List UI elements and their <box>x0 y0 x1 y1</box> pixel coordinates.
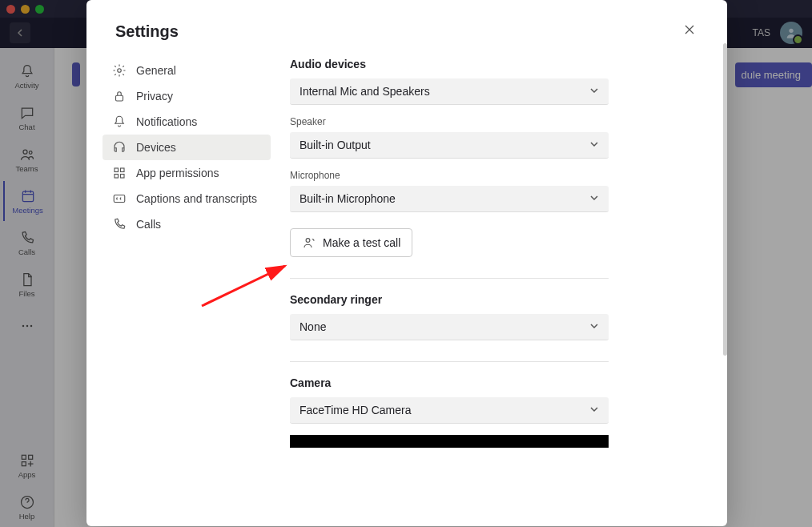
chevron-down-icon <box>589 85 599 98</box>
settings-nav: General Privacy Notifications Devices Ap… <box>103 58 271 526</box>
phone-icon <box>112 217 127 231</box>
camera-value: FaceTime HD Camera <box>299 404 412 416</box>
cc-icon <box>112 191 127 206</box>
grid-icon <box>112 166 127 180</box>
settings-nav-label: Notifications <box>136 115 197 128</box>
camera-preview <box>290 435 609 448</box>
microphone-value: Built-in Microphone <box>299 192 396 205</box>
make-test-call-button[interactable]: Make a test call <box>290 228 412 257</box>
settings-nav-label: Calls <box>136 218 161 231</box>
svg-rect-12 <box>116 95 123 101</box>
divider <box>290 361 609 362</box>
settings-content: Audio devices Internal Mic and Speakers … <box>271 58 711 526</box>
speaker-value: Built-in Output <box>299 139 371 151</box>
settings-nav-calls[interactable]: Calls <box>103 211 271 237</box>
svg-point-11 <box>118 69 122 73</box>
close-button[interactable] <box>681 21 698 42</box>
secondary-ringer-heading: Secondary ringer <box>290 293 684 306</box>
person-call-icon <box>302 235 316 250</box>
svg-rect-15 <box>115 175 119 179</box>
divider <box>290 278 609 279</box>
settings-nav-devices[interactable]: Devices <box>103 135 271 160</box>
secondary-ringer-dropdown[interactable]: None <box>290 314 609 340</box>
secondary-ringer-value: None <box>299 320 326 333</box>
chevron-down-icon <box>589 404 599 416</box>
scrollbar-thumb[interactable] <box>723 43 727 356</box>
microphone-label: Microphone <box>290 170 684 181</box>
settings-nav-notifications[interactable]: Notifications <box>103 109 271 135</box>
svg-rect-14 <box>121 168 125 172</box>
svg-rect-17 <box>114 195 125 203</box>
headset-icon <box>112 140 127 155</box>
speaker-dropdown[interactable]: Built-in Output <box>290 132 609 159</box>
settings-nav-app-permissions[interactable]: App permissions <box>103 160 271 186</box>
audio-device-value: Internal Mic and Speakers <box>299 85 430 98</box>
audio-devices-heading: Audio devices <box>290 58 684 70</box>
settings-modal: Settings General Privacy Notifications D… <box>86 0 727 526</box>
make-test-call-label: Make a test call <box>323 236 400 249</box>
microphone-dropdown[interactable]: Built-in Microphone <box>290 186 609 212</box>
settings-nav-label: Privacy <box>136 90 173 103</box>
settings-nav-captions[interactable]: Captions and transcripts <box>103 186 271 211</box>
gear-icon <box>112 63 127 78</box>
chevron-down-icon <box>589 192 599 205</box>
settings-nav-label: Devices <box>136 141 176 154</box>
svg-rect-13 <box>115 168 119 172</box>
settings-nav-privacy[interactable]: Privacy <box>103 83 271 109</box>
close-icon <box>684 24 695 35</box>
settings-nav-label: App permissions <box>136 167 219 179</box>
bell-icon <box>112 115 127 129</box>
svg-rect-16 <box>121 175 125 179</box>
settings-nav-label: General <box>136 64 176 77</box>
svg-point-18 <box>306 239 310 243</box>
lock-icon <box>112 89 127 103</box>
speaker-label: Speaker <box>290 116 684 127</box>
settings-nav-general[interactable]: General <box>103 58 271 83</box>
audio-device-dropdown[interactable]: Internal Mic and Speakers <box>290 78 609 105</box>
camera-dropdown[interactable]: FaceTime HD Camera <box>290 397 609 424</box>
modal-title: Settings <box>115 22 179 41</box>
settings-nav-label: Captions and transcripts <box>136 192 257 205</box>
camera-heading: Camera <box>290 376 684 389</box>
chevron-down-icon <box>589 320 599 333</box>
chevron-down-icon <box>589 139 599 151</box>
